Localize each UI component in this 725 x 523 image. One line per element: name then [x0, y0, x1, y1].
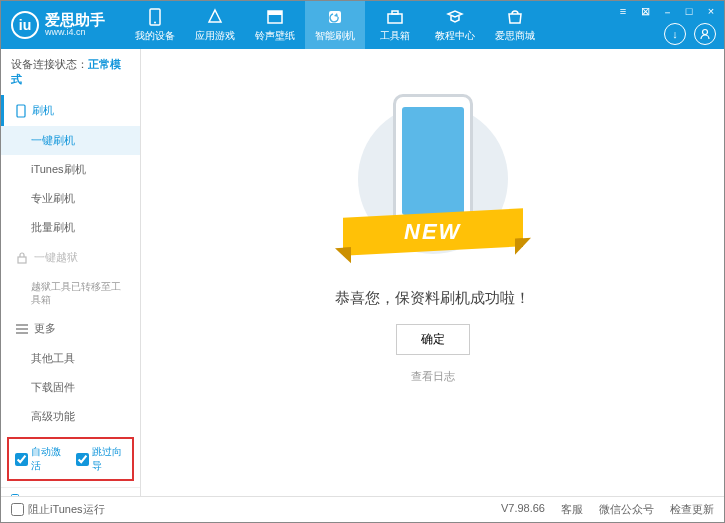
nav-my-device[interactable]: 我的设备: [125, 1, 185, 49]
svg-rect-6: [392, 11, 398, 14]
statusbar: 阻止iTunes运行 V7.98.66 客服 微信公众号 检查更新: [1, 496, 724, 522]
phone-icon: [146, 8, 164, 26]
sidebar: 设备连接状态：正常模式 刷机 一键刷机 iTunes刷机 专业刷机 批量刷机 一…: [1, 49, 141, 496]
nav-flash[interactable]: 智能刷机: [305, 1, 365, 49]
menu-icon[interactable]: ≡: [616, 5, 630, 20]
option-checks: 自动激活 跳过向导: [7, 437, 134, 481]
tutorial-icon: [446, 8, 464, 26]
section-jailbreak: 一键越狱: [1, 242, 140, 273]
nav-ringtones[interactable]: 铃声壁纸: [245, 1, 305, 49]
svg-point-1: [154, 21, 156, 23]
success-illustration: NEW: [353, 89, 513, 269]
lock-icon[interactable]: ⊠: [638, 5, 652, 20]
svg-rect-8: [17, 105, 25, 117]
ok-button[interactable]: 确定: [396, 324, 470, 355]
sidebar-item-advanced[interactable]: 高级功能: [1, 402, 140, 431]
app-name: 爱思助手: [45, 12, 105, 29]
wechat-link[interactable]: 微信公众号: [599, 502, 654, 517]
svg-point-7: [703, 30, 708, 35]
sidebar-item-batch[interactable]: 批量刷机: [1, 213, 140, 242]
maximize-icon[interactable]: □: [682, 5, 696, 20]
svg-rect-9: [18, 257, 26, 263]
nav-store[interactable]: 爱思商城: [485, 1, 545, 49]
service-link[interactable]: 客服: [561, 502, 583, 517]
nav-toolbox[interactable]: 工具箱: [365, 1, 425, 49]
update-link[interactable]: 检查更新: [670, 502, 714, 517]
app-window: iu 爱思助手 www.i4.cn 我的设备 应用游戏 铃声壁纸 智能刷机 工具…: [0, 0, 725, 523]
lock-small-icon: [16, 252, 28, 264]
user-button[interactable]: [694, 23, 716, 45]
flash-icon: [326, 8, 344, 26]
list-icon: [16, 324, 28, 334]
jailbreak-notice: 越狱工具已转移至工具箱: [1, 273, 140, 313]
phone-small-icon: [16, 104, 26, 118]
app-url: www.i4.cn: [45, 28, 105, 38]
svg-rect-5: [388, 14, 402, 23]
titlebar: iu 爱思助手 www.i4.cn 我的设备 应用游戏 铃声壁纸 智能刷机 工具…: [1, 1, 724, 49]
close-icon[interactable]: ×: [704, 5, 718, 20]
store-icon: [506, 8, 524, 26]
minimize-icon[interactable]: －: [660, 5, 674, 20]
connection-status: 设备连接状态：正常模式: [1, 49, 140, 95]
sidebar-item-firmware[interactable]: 下载固件: [1, 373, 140, 402]
version-label: V7.98.66: [501, 502, 545, 517]
success-message: 恭喜您，保资料刷机成功啦！: [335, 289, 530, 308]
check-skip-guide[interactable]: 跳过向导: [76, 445, 127, 473]
wallpaper-icon: [266, 8, 284, 26]
sidebar-item-other[interactable]: 其他工具: [1, 344, 140, 373]
check-auto-activate[interactable]: 自动激活: [15, 445, 66, 473]
nav-apps[interactable]: 应用游戏: [185, 1, 245, 49]
check-block-itunes[interactable]: 阻止iTunes运行: [11, 502, 105, 517]
sidebar-item-oneclick[interactable]: 一键刷机: [1, 126, 140, 155]
sidebar-item-itunes[interactable]: iTunes刷机: [1, 155, 140, 184]
section-more[interactable]: 更多: [1, 313, 140, 344]
download-button[interactable]: ↓: [664, 23, 686, 45]
svg-rect-3: [268, 11, 282, 15]
body: 设备连接状态：正常模式 刷机 一键刷机 iTunes刷机 专业刷机 批量刷机 一…: [1, 49, 724, 496]
sidebar-item-pro[interactable]: 专业刷机: [1, 184, 140, 213]
view-log-link[interactable]: 查看日志: [411, 369, 455, 384]
section-flash[interactable]: 刷机: [1, 95, 140, 126]
apps-icon: [206, 8, 224, 26]
nav-tutorials[interactable]: 教程中心: [425, 1, 485, 49]
toolbox-icon: [386, 8, 404, 26]
window-controls: ≡ ⊠ － □ ×: [616, 5, 718, 20]
user-controls: ↓: [664, 23, 716, 45]
logo: iu 爱思助手 www.i4.cn: [11, 11, 105, 39]
new-ribbon: NEW: [343, 208, 523, 255]
top-nav: 我的设备 应用游戏 铃声壁纸 智能刷机 工具箱 教程中心 爱思商城: [125, 1, 545, 49]
main-content: NEW 恭喜您，保资料刷机成功啦！ 确定 查看日志: [141, 49, 724, 496]
logo-icon: iu: [11, 11, 39, 39]
device-info[interactable]: iPhone 12 mini 64GB Down-12mini-13,1: [1, 487, 140, 496]
